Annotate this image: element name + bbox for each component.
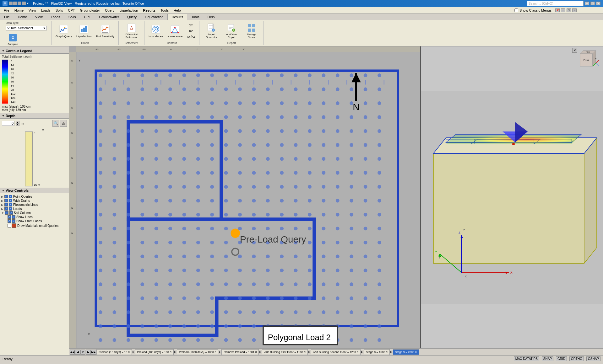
ribbon-minimize-button[interactable]: ─	[561, 8, 565, 12]
depth-icon-2[interactable]: ⚠	[60, 120, 67, 127]
close-button[interactable]: ✕	[596, 2, 600, 5]
cb-show-front-faces[interactable]: ✓	[8, 219, 11, 223]
combo-dropdown-arrow[interactable]: ▼	[43, 27, 46, 30]
tab-query[interactable]: Query	[123, 14, 141, 20]
stage-item-0[interactable]: Preload (10 days) = 10 d	[96, 349, 132, 355]
plot-sensitivity-button[interactable]: Plot Sensitivity	[95, 22, 116, 40]
cb-piezometric-lines[interactable]: ✓	[4, 203, 8, 206]
dropdown-arrow[interactable]: ▼	[26, 2, 29, 5]
depth-header[interactable]: ▼ Depth	[0, 113, 69, 119]
cb-loads[interactable]: ✓	[4, 207, 8, 211]
depth-spinner[interactable]: ▲ ▼	[16, 121, 19, 126]
cb-show-lines[interactable]: ✓	[8, 215, 11, 219]
maximize-button[interactable]: □	[590, 2, 595, 5]
cb-piezometric-lines-2[interactable]: ✓	[9, 203, 12, 206]
save-icon[interactable]	[9, 2, 13, 5]
cb-draw-materials[interactable]	[8, 224, 11, 228]
tab-groundwater[interactable]: Groundwater	[95, 14, 123, 20]
spin-down[interactable]: ▼	[16, 123, 19, 126]
tab-loads[interactable]: Loads	[47, 14, 64, 20]
stage-item-6[interactable]: Stage 8 = 1500 d	[364, 349, 390, 355]
menu-soils[interactable]: Soils	[53, 8, 66, 13]
pin-button[interactable]: 📌	[555, 8, 560, 12]
depth-icon-1[interactable]: 🔍	[52, 120, 59, 127]
stage-nav-first[interactable]: ◀◀	[70, 350, 75, 355]
tree-item-point-queries[interactable]: ▶ ✓ ✓ Point Queries	[1, 195, 68, 199]
data-type-combo[interactable]: S: Total Settlement ▼	[6, 26, 47, 30]
compute-button[interactable]: ⚙ Compute	[6, 32, 20, 46]
3d-close-button[interactable]: ✕	[572, 48, 577, 53]
menu-view[interactable]: View	[26, 8, 39, 13]
menu-cpt[interactable]: CPT	[66, 8, 78, 13]
search-box[interactable]: Search... (Ctrl+Q)	[527, 1, 584, 6]
plan-viewport[interactable]: -30 -20 -10 0 10 20 30 N N N N	[69, 46, 421, 348]
tab-help[interactable]: Help	[204, 14, 219, 20]
tab-soils[interactable]: Soils	[64, 14, 80, 20]
kz-button[interactable]: KZ	[185, 29, 197, 34]
ribbon-maximize-button[interactable]: □	[567, 8, 571, 12]
liquefaction-button[interactable]: Liquefaction	[75, 22, 93, 40]
3d-viewport[interactable]: X Y Z X Y Z	[421, 46, 603, 348]
stage-nav-next[interactable]: ▶	[86, 350, 91, 355]
xykz-button[interactable]: XY/KZ	[185, 34, 197, 39]
tab-results[interactable]: Results	[167, 14, 187, 20]
tree-item-wick-drains[interactable]: ▶ ✓ ✓ Wick Drains	[1, 199, 68, 203]
tab-file[interactable]: File	[0, 14, 14, 20]
cb-point-queries-2[interactable]: ✓	[9, 195, 12, 198]
status-osnap[interactable]: OSNAP	[586, 356, 600, 361]
redo-icon[interactable]	[22, 2, 26, 5]
menu-tools[interactable]: Tools	[158, 8, 171, 13]
ribbon-close-button[interactable]: ✕	[572, 8, 577, 12]
cb-wick-drains-2[interactable]: ✓	[9, 199, 12, 202]
status-ortho[interactable]: ORTHO	[569, 356, 584, 361]
menu-liquefaction[interactable]: Liquefaction	[117, 8, 140, 13]
add-view-report-button[interactable]: + Add View Report	[222, 22, 241, 40]
cb-show-front-faces-2[interactable]: ✓	[12, 219, 15, 223]
tree-item-soil-column[interactable]: ▼ ✓ ✓ Soil Column	[1, 211, 68, 215]
cb-soil-column-2[interactable]: ✓	[9, 211, 13, 215]
depth-input-field[interactable]	[2, 121, 14, 126]
tree-item-show-front-faces[interactable]: ✓ ✓ Show Front Faces	[8, 219, 68, 223]
tree-item-piezometric-lines[interactable]: ▶ ✓ ✓ Piezometric Lines	[1, 203, 68, 207]
report-generator-button[interactable]: R Report Generator	[202, 22, 221, 40]
stage-nav-last[interactable]: ▶▶	[91, 350, 96, 355]
cb-soil-column[interactable]: ✓	[5, 211, 8, 215]
stage-item-2[interactable]: Preload (1000 days) = 1000 d	[177, 349, 219, 355]
classic-menus-checkbox[interactable]	[514, 8, 518, 12]
stage-item-4[interactable]: Add Building First Floor = 1100 d	[262, 349, 307, 355]
status-max-datatips[interactable]: MAX DATATIPS	[514, 356, 539, 361]
tab-liquefaction[interactable]: Liquefaction	[141, 14, 167, 20]
menu-home[interactable]: Home	[12, 8, 26, 13]
graph-query-button[interactable]: Graph Query	[54, 22, 73, 40]
menu-file[interactable]: File	[1, 8, 12, 13]
tab-tools[interactable]: Tools	[187, 14, 204, 20]
xy-button[interactable]: XY	[185, 23, 197, 28]
navigation-cube[interactable]: Front Top R	[579, 49, 600, 71]
menu-loads[interactable]: Loads	[39, 8, 53, 13]
cb-loads-2[interactable]: ✓	[9, 207, 12, 211]
stage-item-7[interactable]: Stage 9 = 2000 d	[393, 349, 419, 355]
spin-up[interactable]: ▲	[16, 121, 19, 123]
manage-views-button[interactable]: Manage Views	[242, 22, 261, 40]
tree-item-loads[interactable]: ▶ ✓ ✓ Loads	[1, 207, 68, 211]
contour-legend-header[interactable]: ▼ Contour Legend	[0, 48, 69, 54]
open-icon[interactable]	[13, 2, 17, 5]
cb-show-lines-2[interactable]: ✓	[12, 215, 15, 219]
tab-home[interactable]: Home	[14, 14, 31, 20]
status-snap[interactable]: SNAP	[542, 356, 553, 361]
stage-nav-hash[interactable]: #	[80, 350, 85, 355]
menu-results[interactable]: Results	[140, 8, 158, 13]
minimize-button[interactable]: ─	[585, 2, 589, 5]
menu-groundwater[interactable]: Groundwater	[78, 8, 103, 13]
plan-canvas[interactable]: Pre-Load Query Polygonal Load 2 N	[76, 52, 421, 348]
cb-point-queries[interactable]: ✓	[4, 195, 8, 198]
status-grid[interactable]: GRID	[556, 356, 567, 361]
view-controls-header[interactable]: ▼ View Controls	[0, 188, 69, 193]
menu-help[interactable]: Help	[171, 8, 183, 13]
cb-wick-drains[interactable]: ✓	[4, 199, 8, 202]
stage-item-3[interactable]: Remove Preload = 1001 d	[221, 349, 259, 355]
stage-nav-prev[interactable]: ◀	[75, 350, 80, 355]
three-point-plane-button[interactable]: 3-Point Plane	[166, 22, 184, 40]
isosurfaces-button[interactable]: Isosurfaces	[147, 22, 165, 40]
differential-settlement-button[interactable]: Δ Differential Settlement	[121, 22, 142, 40]
